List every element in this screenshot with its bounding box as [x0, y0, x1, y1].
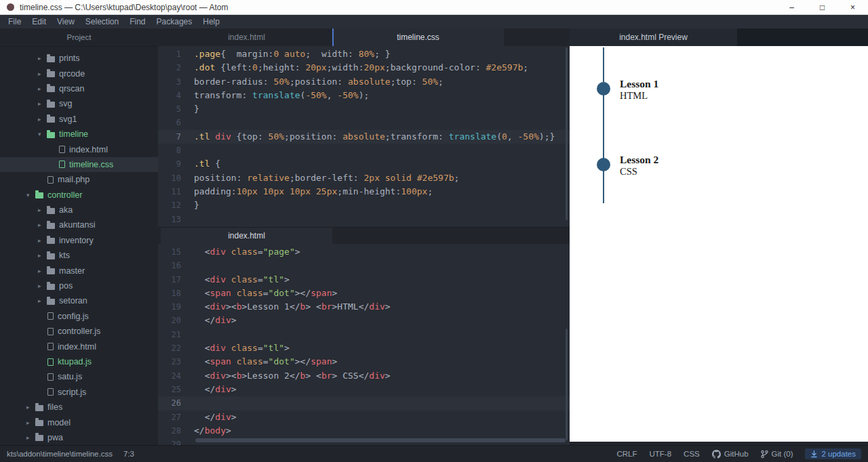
- tree-item-timeline[interactable]: ▾timeline: [0, 127, 158, 142]
- tree-item-satu-js[interactable]: satu.js: [0, 369, 158, 384]
- status-css[interactable]: CSS: [684, 450, 700, 458]
- tree-item-kts[interactable]: ▸kts: [0, 248, 158, 263]
- code-token: ;: [337, 186, 342, 196]
- code-line-26[interactable]: 26: [158, 396, 570, 410]
- html-editor[interactable]: 15 <div class="page">1617 <div class="tl…: [158, 244, 570, 445]
- code-token: :: [438, 131, 449, 142]
- tree-item-master[interactable]: ▸master: [0, 263, 158, 278]
- code-line-19[interactable]: 19 <div><b>Lesson 1</b> <br>HTML</div>: [158, 300, 570, 314]
- status-crlf[interactable]: CRLF: [616, 450, 637, 458]
- code-text: <div class="page">: [181, 245, 300, 259]
- code-line-3[interactable]: 3border-radius: 50%;position: absolute;t…: [158, 75, 570, 89]
- code-line-17[interactable]: 17 <div class="tl">: [158, 273, 570, 287]
- tree-item-controller[interactable]: ▾controller: [0, 188, 158, 203]
- code-line-11[interactable]: 11padding:10px 10px 10px 25px;min-height…: [158, 185, 570, 198]
- close-button[interactable]: ×: [837, 0, 868, 14]
- code-line-21[interactable]: 21: [158, 328, 570, 341]
- tree-item-config-js[interactable]: config.js: [0, 309, 158, 324]
- code-line-20[interactable]: 20 </div>: [158, 314, 570, 327]
- code-line-1[interactable]: 1.page{ margin:0 auto; width: 80%; }: [158, 47, 570, 61]
- tree-item-index-html[interactable]: index.html: [0, 142, 158, 156]
- code-line-28[interactable]: 28</body>: [158, 424, 570, 438]
- tree-item-setoran[interactable]: ▸setoran: [0, 293, 158, 308]
- code-token: border-left: [295, 173, 353, 183]
- tab-index-html[interactable]: index.html: [161, 228, 332, 244]
- code-line-6[interactable]: 6: [158, 116, 570, 129]
- tree-item-qrscan[interactable]: ▸qrscan: [0, 81, 158, 96]
- code-token: ></: [295, 288, 311, 298]
- code-line-23[interactable]: 23 <span class="dot"></span>: [158, 355, 570, 369]
- menu-packages[interactable]: Packages: [151, 17, 198, 26]
- menu-help[interactable]: Help: [197, 17, 225, 26]
- tree-item-controller-js[interactable]: controller.js: [0, 324, 158, 339]
- line-number: 18: [158, 287, 181, 300]
- code-line-16[interactable]: 16: [158, 259, 570, 272]
- tree-item-pwa[interactable]: ▸pwa: [0, 430, 158, 445]
- tree-item-model[interactable]: ▸model: [0, 415, 158, 429]
- code-line-13[interactable]: 13: [158, 213, 570, 226]
- code-line-7[interactable]: 7.tl div {top: 50%;position: absolute;tr…: [158, 130, 570, 144]
- tree-item-ktupad-js[interactable]: ktupad.js: [0, 354, 158, 369]
- github-button[interactable]: GitHub: [712, 450, 749, 459]
- tree-item-akuntansi[interactable]: ▸akuntansi: [0, 217, 158, 232]
- window-title: timeline.css — C:\Users\ktupad\Desktop\p…: [20, 3, 228, 12]
- tree-item-svg1[interactable]: ▸svg1: [0, 112, 158, 127]
- tree-item-label: script.js: [58, 387, 86, 397]
- maximize-button[interactable]: □: [807, 0, 837, 14]
- code-line-9[interactable]: 9.tl {: [158, 157, 570, 171]
- tree-item-timeline-css[interactable]: timeline.css: [0, 157, 158, 172]
- download-icon: [810, 450, 818, 458]
- tree-item-label: config.js: [58, 312, 89, 321]
- tree-item-aka[interactable]: ▸aka: [0, 203, 158, 217]
- menu-find[interactable]: Find: [124, 17, 151, 26]
- css-editor[interactable]: 1.page{ margin:0 auto; width: 80%; }2.do…: [158, 46, 570, 227]
- vertical-scrollbar[interactable]: [566, 329, 568, 440]
- tree-item-script-js[interactable]: script.js: [0, 385, 158, 400]
- tab-timeline-css[interactable]: timeline.css: [332, 28, 504, 46]
- code-token: div: [210, 247, 225, 257]
- code-line-4[interactable]: 4transform: translate(-50%, -50%);: [158, 89, 570, 102]
- menu-view[interactable]: View: [52, 17, 80, 26]
- code-line-18[interactable]: 18 <span class="dot"></span>: [158, 287, 570, 300]
- folder-icon: [47, 117, 55, 123]
- code-line-5[interactable]: 5}: [158, 102, 570, 116]
- code-line-25[interactable]: 25 </div>: [158, 383, 570, 396]
- vertical-scrollbar[interactable]: [566, 47, 568, 220]
- code-token: <: [194, 288, 210, 298]
- code-token: 0 auto: [273, 49, 305, 59]
- tree-item-prints[interactable]: ▸prints: [0, 51, 158, 66]
- code-text: [181, 259, 194, 272]
- tree-item-svg[interactable]: ▸svg: [0, 96, 158, 111]
- tab-index-html-preview[interactable]: index.html Preview: [570, 28, 737, 46]
- tree-item-mail-php[interactable]: mail.php: [0, 172, 158, 187]
- code-line-10[interactable]: 10position: relative;border-left: 2px so…: [158, 171, 570, 185]
- menu-file[interactable]: File: [3, 17, 26, 26]
- code-line-15[interactable]: 15 <div class="page">: [158, 245, 570, 259]
- code-line-8[interactable]: 8: [158, 144, 570, 157]
- top-tab-bar: index.htmltimeline.css: [158, 28, 570, 46]
- code-line-27[interactable]: 27 </div>: [158, 411, 570, 424]
- code-line-24[interactable]: 24 <div><b>Lesson 2</b> <br> CSS</div>: [158, 369, 570, 383]
- git-button[interactable]: Git (0): [761, 450, 793, 459]
- horizontal-scrollbar[interactable]: [195, 438, 566, 442]
- updates-button[interactable]: 2 updates: [805, 448, 861, 459]
- code-line-12[interactable]: 12}: [158, 198, 570, 212]
- code-line-22[interactable]: 22 <div class="tl">: [158, 341, 570, 355]
- menu-selection[interactable]: Selection: [80, 17, 124, 26]
- tree-item-files[interactable]: ▸files: [0, 400, 158, 415]
- code-line-2[interactable]: 2.dot {left:0;height: 20px;width:20px;ba…: [158, 61, 570, 75]
- tab-index-html[interactable]: index.html: [161, 28, 332, 46]
- tree-item-index-html[interactable]: index.html: [0, 339, 158, 354]
- file-icon: [47, 328, 54, 335]
- line-number: 24: [158, 369, 181, 383]
- tree-item-qrcode[interactable]: ▸qrcode: [0, 66, 158, 81]
- code-token: :: [263, 77, 274, 87]
- tree-item-pos[interactable]: ▸pos: [0, 278, 158, 293]
- code-token: :: [295, 62, 306, 72]
- tree-item-inventory[interactable]: ▸inventory: [0, 233, 158, 248]
- menu-edit[interactable]: Edit: [26, 17, 52, 26]
- cursor-position[interactable]: 7:3: [123, 450, 134, 458]
- status-utf-8[interactable]: UTF-8: [649, 450, 671, 458]
- code-token: [231, 288, 237, 298]
- minimize-button[interactable]: –: [776, 0, 807, 14]
